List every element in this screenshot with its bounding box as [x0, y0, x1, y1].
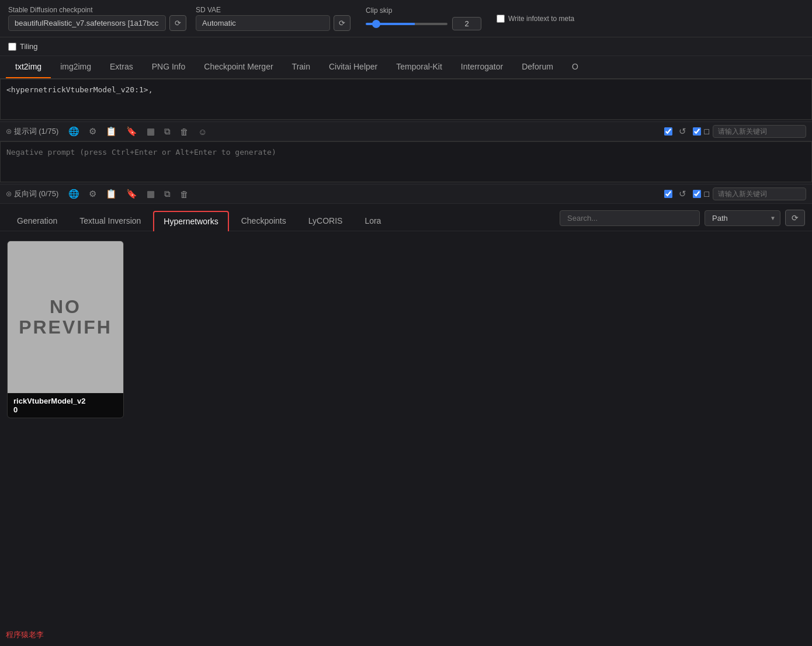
rotate-icon-btn[interactable]: ↺ [676, 124, 689, 138]
clip-skip-area: Clip skip 2 [366, 6, 481, 30]
trash-icon-btn[interactable]: 🗑 [177, 125, 192, 138]
tiling-checkbox[interactable] [8, 43, 16, 51]
tab-extras[interactable]: Extras [100, 56, 143, 78]
tab-interrogator[interactable]: Interrogator [452, 56, 512, 78]
write-info-label: Write infotext to meta [508, 15, 574, 23]
positive-prompt-label: ⊙ 提示词 (1/75) [6, 126, 58, 137]
extra-networks-section: Generation Textual Inversion Hypernetwor… [0, 203, 812, 523]
path-select-wrapper: Path Name Date [705, 210, 780, 226]
grid-icon-btn[interactable]: ▦ [144, 124, 158, 138]
tab-temporal-kit[interactable]: Temporal-Kit [387, 56, 452, 78]
tab-train[interactable]: Train [283, 56, 320, 78]
tab-checkpoints[interactable]: Checkpoints [231, 211, 296, 231]
tab-deforum[interactable]: Deforum [512, 56, 563, 78]
neg-square-icon: □ [705, 189, 709, 199]
positive-prompt-toolbar: ⊙ 提示词 (1/75) 🌐 ⚙ 📋 🔖 ▦ ⧉ 🗑 ☺ ↺ □ [0, 121, 812, 141]
neg-clipboard-icon-btn[interactable]: 📋 [103, 187, 120, 201]
sd-vae-select[interactable]: Automatic [196, 15, 330, 31]
positive-prompt-area: <hypernetrickVtuberModel_v20:1>, ⊙ 提示词 (… [0, 79, 812, 141]
checkpoint-label: Stable Diffusion checkpoint [8, 6, 186, 14]
sd-vae-label: SD VAE [196, 6, 351, 14]
tab-hypernetworks[interactable]: Hypernetworks [153, 211, 228, 231]
tab-other[interactable]: O [563, 56, 588, 78]
tab-txt2img[interactable]: txt2img [6, 56, 51, 78]
positive-checkbox-2[interactable] [693, 127, 701, 136]
positive-prompt-input[interactable]: <hypernetrickVtuberModel_v20:1>, [0, 79, 812, 120]
negative-prompt-toolbar: ⊙ 反向词 (0/75) 🌐 ⚙ 📋 🔖 ▦ ⧉ 🗑 ↺ □ [0, 184, 812, 203]
tab-lycoris[interactable]: LyCORIS [299, 211, 353, 231]
extra-tabs-left: Generation Textual Inversion Hypernetwor… [7, 211, 391, 231]
neg-grid-icon-btn[interactable]: ▦ [144, 187, 158, 201]
write-info-checkbox[interactable] [497, 15, 505, 23]
card-grid: NO PREVIFH rickVtuberModel_v2 0 [7, 241, 805, 418]
extra-tabs-right: Path Name Date ⟳ [560, 210, 805, 231]
checkpoint-refresh-btn[interactable]: ⟳ [169, 15, 186, 31]
path-select[interactable]: Path Name Date [705, 210, 780, 226]
clip-skip-label: Clip skip [366, 6, 392, 15]
gear-icon-btn[interactable]: ⚙ [86, 124, 99, 138]
checkpoint-row: beautifulRealistic_v7.safetensors [1a17b… [8, 15, 186, 31]
clip-skip-slider[interactable] [366, 23, 447, 25]
extra-refresh-btn[interactable]: ⟳ [785, 210, 805, 226]
clip-skip-row: 2 [366, 17, 481, 30]
positive-keyword-search[interactable] [713, 125, 806, 138]
positive-checkbox-1[interactable] [664, 127, 672, 136]
clipboard-icon-btn[interactable]: 📋 [103, 124, 120, 138]
neg-bookmark-icon-btn[interactable]: 🔖 [123, 187, 140, 201]
sd-vae-row: Automatic ⟳ [196, 15, 351, 31]
negative-checkbox-1[interactable] [664, 190, 672, 198]
checkpoint-select[interactable]: beautifulRealistic_v7.safetensors [1a17b… [8, 15, 166, 31]
tab-textual-inversion[interactable]: Textual Inversion [70, 211, 151, 231]
globe-icon-btn[interactable]: 🌐 [65, 124, 82, 138]
clip-skip-value: 2 [452, 17, 481, 30]
card-no-preview: NO PREVIFH [8, 241, 123, 393]
tab-lora[interactable]: Lora [355, 211, 391, 231]
checkpoint-section: Stable Diffusion checkpoint beautifulRea… [8, 6, 186, 31]
copy-icon-btn[interactable]: ⧉ [161, 124, 173, 138]
tiling-row: Tiling [0, 37, 812, 56]
bookmark-icon-btn[interactable]: 🔖 [123, 124, 140, 138]
card-label: rickVtuberModel_v2 0 [8, 393, 123, 418]
negative-prompt-area: ⊙ 反向词 (0/75) 🌐 ⚙ 📋 🔖 ▦ ⧉ 🗑 ↺ □ [0, 141, 812, 203]
negative-keyword-search[interactable] [713, 187, 806, 200]
extra-tabs-container: Generation Textual Inversion Hypernetwor… [0, 204, 812, 231]
top-bar: Stable Diffusion checkpoint beautifulRea… [0, 0, 812, 37]
neg-gear-icon-btn[interactable]: ⚙ [86, 187, 99, 201]
extra-content: NO PREVIFH rickVtuberModel_v2 0 [0, 231, 812, 523]
negative-prompt-input[interactable] [0, 141, 812, 182]
negative-checkbox-2[interactable] [693, 190, 701, 198]
neg-copy-icon-btn[interactable]: ⧉ [161, 187, 173, 201]
tab-civitai-helper[interactable]: Civitai Helper [320, 56, 387, 78]
sd-vae-section: SD VAE Automatic ⟳ [196, 6, 351, 31]
neg-globe-icon-btn[interactable]: 🌐 [65, 187, 82, 201]
tab-png-info[interactable]: PNG Info [143, 56, 195, 78]
square-icon: □ [705, 127, 709, 136]
extra-search-input[interactable] [560, 210, 700, 226]
neg-rotate-icon-btn[interactable]: ↺ [676, 187, 689, 201]
card-image: NO PREVIFH [8, 241, 123, 393]
smile-icon-btn[interactable]: ☺ [195, 125, 210, 138]
neg-trash-icon-btn[interactable]: 🗑 [177, 187, 192, 201]
tab-img2img[interactable]: img2img [51, 56, 100, 78]
watermark: 程序猿老李 [6, 630, 44, 640]
write-info-row: Write infotext to meta [497, 15, 574, 23]
main-tabs: txt2img img2img Extras PNG Info Checkpoi… [0, 56, 812, 79]
list-item[interactable]: NO PREVIFH rickVtuberModel_v2 0 [7, 241, 124, 418]
tiling-label: Tiling [20, 42, 38, 51]
sd-vae-refresh-btn[interactable]: ⟳ [334, 15, 351, 31]
negative-prompt-label: ⊙ 反向词 (0/75) [6, 189, 58, 199]
tab-generation[interactable]: Generation [7, 211, 67, 231]
tab-checkpoint-merger[interactable]: Checkpoint Merger [195, 56, 282, 78]
